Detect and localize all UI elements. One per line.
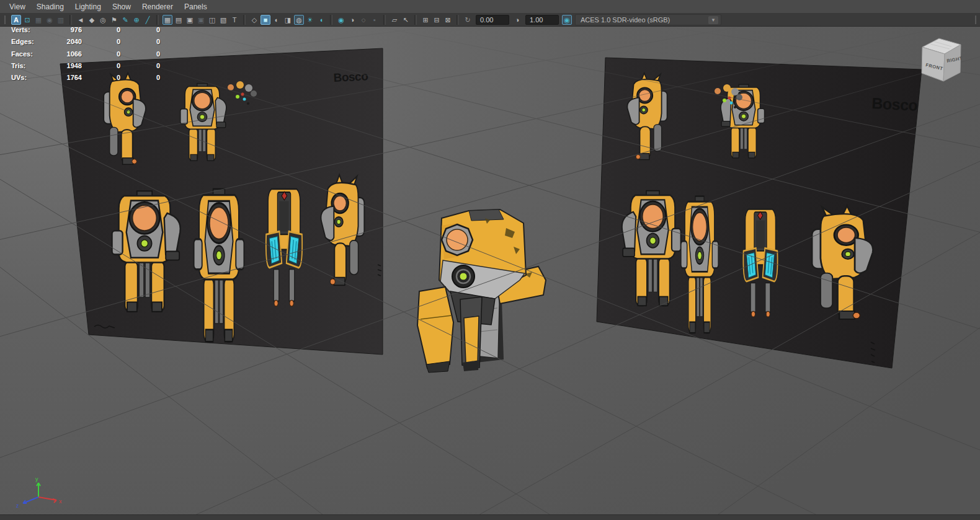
maya-viewport-window: Bosco Bosco (0, 0, 980, 520)
default-lighting-icon[interactable]: ☀ (305, 15, 315, 25)
axis-z-label: z (16, 503, 19, 509)
snap-tool-icon[interactable]: ⊕ (131, 15, 141, 25)
toolbar-grip[interactable] (975, 15, 978, 24)
reference-board-right[interactable]: Bosco (597, 58, 922, 368)
shadows-icon[interactable]: ◖ (316, 15, 326, 25)
hud-toggle-icon[interactable]: T (229, 15, 239, 25)
board-title-left: Bosco (333, 69, 368, 84)
hud-count-component: 0 (133, 26, 160, 33)
depth-of-field-icon[interactable]: ▪ (370, 15, 380, 25)
reference-board-left[interactable]: Bosco (60, 48, 383, 355)
hud-label: Edges: (11, 38, 48, 45)
toolbar-divider (243, 15, 246, 25)
isolate-select-icon[interactable]: ▱ (390, 15, 399, 25)
hud-count-component: 0 (133, 74, 160, 81)
hud-count-total: 2040 (43, 38, 82, 45)
hud-count-selected: 0 (93, 74, 120, 81)
hud-count-component: 0 (133, 50, 160, 58)
toolbar-divider (383, 15, 386, 25)
camera-select-icon[interactable]: ◄ (76, 15, 86, 25)
grease-pencil-icon[interactable]: ✎ (120, 15, 130, 25)
textured-mode-icon[interactable]: ◨ (283, 15, 293, 25)
view-transform-select[interactable]: ACES 1.0 SDR-video (sRGB) ▼ (575, 14, 721, 25)
board-title-right: Bosco (871, 94, 918, 114)
toolbar-divider (69, 15, 72, 25)
display-resolution-icon[interactable]: ▣ (185, 15, 195, 25)
select-by-type-icon[interactable]: A (11, 15, 21, 25)
menu-panels[interactable]: Panels (179, 2, 213, 11)
wireframe-mode-icon[interactable]: ◇ (249, 15, 259, 25)
hud-label: UVs: (11, 74, 48, 81)
bookmark-icon[interactable]: ⚑ (109, 15, 119, 25)
menu-show[interactable]: Show (107, 2, 136, 11)
exposure-field[interactable]: 0.00 (476, 15, 509, 25)
hud-count-selected: 0 (93, 26, 120, 33)
hud-label: Tris: (11, 62, 48, 69)
hud-count-total: 976 (43, 26, 82, 33)
toolbar-divider (414, 15, 417, 25)
menu-shading[interactable]: Shading (31, 2, 69, 11)
field-chart-icon[interactable]: ◉ (45, 15, 55, 25)
gate-mask-display-icon[interactable]: ▣ (196, 15, 206, 25)
screen-space-ao-icon[interactable]: ◉ (336, 15, 346, 25)
hud-count-total: 1948 (43, 62, 82, 69)
safe-action-icon[interactable]: ▥ (56, 15, 66, 25)
panel-toolbar: A ⊡ ▦ ◉ ▥ ◄ ◆ ◎ ⚑ ✎ ⊕ ╱ ▦ ▤ ▣ ▣ ◫ ▧ T ◇ … (0, 14, 980, 27)
color-management-icon[interactable]: ◉ (562, 15, 572, 25)
wireframe-on-shaded-icon[interactable]: ◍ (294, 15, 304, 25)
toolbar-divider (330, 15, 332, 25)
camera-lock-icon[interactable]: ◆ (87, 15, 97, 25)
hud-count-selected: 0 (93, 50, 120, 58)
toolbar-divider (457, 15, 459, 25)
motion-blur-icon[interactable]: ◑ (347, 15, 357, 25)
snapshot-export-icon[interactable]: ⊠ (443, 15, 453, 25)
selection-cursor-icon[interactable]: ↖ (401, 15, 411, 25)
pencil-stroke-icon[interactable]: ╱ (143, 15, 153, 25)
hud-label: Faces: (11, 50, 48, 58)
menu-renderer[interactable]: Renderer (136, 2, 179, 11)
snapshot-paste-icon[interactable]: ⊟ (432, 15, 442, 25)
gate-mask-icon[interactable]: ▦ (33, 15, 43, 25)
hud-count-selected: 0 (93, 62, 120, 69)
hud-count-component: 0 (133, 62, 160, 69)
anti-aliasing-icon[interactable]: ◌ (359, 15, 368, 25)
toolbar-grip[interactable] (4, 15, 7, 24)
hud-label: Verts: (11, 26, 48, 33)
hud-count-total: 1066 (43, 50, 82, 58)
chevron-down-icon[interactable]: ▼ (708, 16, 718, 24)
menu-lighting[interactable]: Lighting (69, 2, 107, 11)
gamma-field[interactable]: 1.00 (525, 15, 559, 25)
field-guides-icon[interactable]: ◫ (207, 15, 217, 25)
snapshot-copy-icon[interactable]: ⊞ (421, 15, 430, 25)
camera-track-icon[interactable]: ◎ (98, 15, 108, 25)
hud-count-selected: 0 (93, 38, 120, 45)
menu-view[interactable]: View (4, 2, 31, 11)
toolbar-divider (156, 15, 159, 25)
axis-y-label: y (35, 476, 38, 482)
panel-menu-bar: View Shading Lighting Show Renderer Pane… (0, 0, 980, 14)
image-plane-icon[interactable]: ▧ (218, 15, 228, 25)
refresh-icon[interactable]: ↻ (463, 15, 473, 25)
shaded-mode-icon[interactable]: ■ (261, 15, 270, 25)
view-transform-value: ACES 1.0 SDR-video (sRGB) (581, 16, 670, 24)
material-preview-icon[interactable]: ◐ (272, 15, 282, 25)
resolution-gate-icon[interactable]: ⊡ (22, 15, 32, 25)
grid-display-icon[interactable]: ▦ (163, 15, 172, 25)
hud-count-component: 0 (133, 38, 160, 45)
hud-count-total: 1764 (43, 74, 82, 81)
gain-toggle-icon[interactable]: ◑ (512, 15, 522, 25)
film-gate-icon[interactable]: ▤ (174, 15, 184, 25)
viewport-bottom-edge (0, 514, 980, 520)
axis-x-label: x (59, 498, 62, 505)
